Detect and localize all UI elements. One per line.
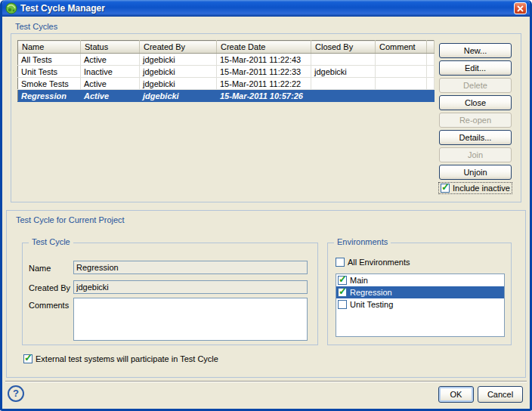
checkbox-icon	[336, 258, 345, 267]
table-row-selected[interactable]: Regression Active jdgebicki 15-Mar-2011 …	[18, 90, 435, 102]
current-project-group-title: Test Cycle for Current Project	[16, 215, 125, 224]
unjoin-button[interactable]: Unjoin	[439, 165, 512, 180]
table-row[interactable]: Smoke Tests Active jdgebicki 15-Mar-2011…	[18, 78, 435, 90]
include-inactive-label: Include inactive	[453, 184, 510, 193]
dialog-window: Test Cycle Manager Test Cycles Name Stat…	[0, 0, 532, 411]
footer-separator	[5, 381, 527, 382]
edit-button[interactable]: Edit...	[439, 60, 512, 76]
external-systems-checkbox[interactable]: External test systems will participate i…	[23, 354, 218, 363]
column-header-status[interactable]: Status	[81, 41, 140, 54]
table-row[interactable]: All Tests Active jdgebicki 15-Mar-2011 1…	[18, 54, 435, 66]
close-icon[interactable]	[514, 2, 527, 14]
close-cycle-button[interactable]: Close	[439, 95, 512, 110]
table-row[interactable]: Unit Tests Inactive jdgebicki 15-Mar-201…	[18, 66, 435, 78]
column-header-comment[interactable]: Comment	[376, 41, 427, 54]
name-label: Name	[29, 264, 51, 273]
environments-subgroup-title: Environments	[334, 237, 391, 246]
column-header-name[interactable]: Name	[18, 41, 81, 54]
dialog-content: Test Cycles Name Status Created By Creat…	[2, 17, 530, 409]
cancel-button[interactable]: Cancel	[478, 386, 523, 403]
environment-item-unit-testing[interactable]: Unit Testing	[336, 298, 504, 311]
created-by-label: Created By	[29, 283, 70, 292]
external-systems-label: External test systems will participate i…	[36, 354, 218, 363]
join-button[interactable]: Join	[439, 147, 512, 162]
all-environments-label: All Environments	[348, 258, 410, 267]
test-cycle-subgroup-title: Test Cycle	[29, 237, 73, 246]
table-header-row: Name Status Created By Create Date Close…	[18, 41, 435, 54]
environment-item-regression[interactable]: Regression	[336, 286, 504, 298]
help-button[interactable]: ?	[8, 385, 24, 402]
checkbox-icon[interactable]	[338, 276, 347, 285]
current-project-group: Test Cycle for Current Project Test Cycl…	[6, 210, 526, 378]
name-field[interactable]	[73, 261, 308, 274]
checkbox-icon[interactable]	[338, 300, 347, 309]
environments-subgroup: Environments All Environments Main Regre…	[327, 243, 512, 345]
titlebar[interactable]: Test Cycle Manager	[2, 0, 530, 17]
include-inactive-checkbox[interactable]: Include inactive	[439, 183, 512, 193]
window-title: Test Cycle Manager	[20, 3, 105, 14]
created-by-field[interactable]	[73, 280, 308, 294]
column-header-created-by[interactable]: Created By	[140, 41, 217, 54]
test-cycles-group: Name Status Created By Create Date Close…	[11, 33, 521, 202]
reopen-button[interactable]: Re-open	[439, 113, 512, 128]
column-header-filler	[427, 41, 435, 54]
environments-list: Main Regression Unit Testing	[336, 273, 505, 337]
new-button[interactable]: New...	[439, 43, 512, 58]
test-cycle-subgroup: Test Cycle Name Created By Comments	[22, 243, 318, 345]
comments-field[interactable]	[73, 298, 308, 341]
checkbox-icon	[441, 184, 450, 193]
column-header-create-date[interactable]: Create Date	[217, 41, 311, 54]
column-header-closed-by[interactable]: Closed By	[311, 41, 376, 54]
comments-label: Comments	[29, 301, 69, 310]
environment-item-main[interactable]: Main	[336, 274, 504, 286]
app-icon	[5, 2, 17, 14]
all-environments-checkbox[interactable]: All Environments	[336, 258, 410, 267]
delete-button[interactable]: Delete	[439, 78, 512, 93]
details-button[interactable]: Details...	[439, 130, 512, 145]
test-cycles-group-title: Test Cycles	[15, 22, 57, 31]
test-cycles-table: Name Status Created By Create Date Close…	[17, 40, 435, 102]
ok-button[interactable]: OK	[438, 386, 474, 403]
checkbox-icon[interactable]	[338, 288, 347, 297]
checkbox-icon	[23, 354, 32, 363]
